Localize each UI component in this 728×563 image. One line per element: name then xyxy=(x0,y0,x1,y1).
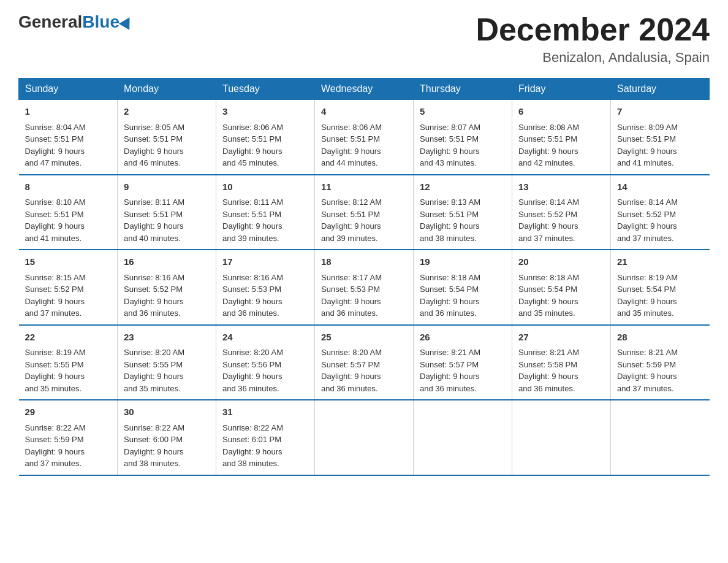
week-row-5: 29 Sunrise: 8:22 AM Sunset: 5:59 PM Dayl… xyxy=(19,400,710,475)
sunset-label: Sunset: 5:54 PM xyxy=(617,285,676,294)
calendar-cell: 23 Sunrise: 8:20 AM Sunset: 5:55 PM Dayl… xyxy=(118,325,216,400)
sunset-label: Sunset: 5:51 PM xyxy=(420,210,479,219)
sunrise-label: Sunrise: 8:17 AM xyxy=(321,273,382,282)
sunrise-label: Sunrise: 8:06 AM xyxy=(321,123,382,132)
sunset-label: Sunset: 5:54 PM xyxy=(420,285,479,294)
calendar-cell: 27 Sunrise: 8:21 AM Sunset: 5:58 PM Dayl… xyxy=(512,325,611,400)
day-number: 28 xyxy=(617,331,703,345)
daylight-minutes: and 35 minutes. xyxy=(617,308,674,318)
day-number: 19 xyxy=(420,255,506,269)
page-header: General Blue December 2024 Benizalon, An… xyxy=(18,12,710,66)
weekday-header-friday: Friday xyxy=(512,79,611,100)
day-number: 14 xyxy=(617,180,703,194)
sunset-label: Sunset: 5:51 PM xyxy=(222,210,281,219)
sunrise-label: Sunrise: 8:16 AM xyxy=(124,273,184,282)
daylight-label: Daylight: 9 hours xyxy=(617,221,677,231)
logo-general-text: General xyxy=(18,12,82,32)
daylight-label: Daylight: 9 hours xyxy=(25,147,85,156)
calendar-cell: 22 Sunrise: 8:19 AM Sunset: 5:55 PM Dayl… xyxy=(19,325,118,400)
sunrise-label: Sunrise: 8:21 AM xyxy=(518,348,579,357)
sunrise-label: Sunrise: 8:06 AM xyxy=(222,123,283,132)
day-info: Sunrise: 8:17 AM Sunset: 5:53 PM Dayligh… xyxy=(321,272,407,320)
sunset-label: Sunset: 5:56 PM xyxy=(222,360,281,369)
calendar-cell: 13 Sunrise: 8:14 AM Sunset: 5:52 PM Dayl… xyxy=(512,175,611,250)
calendar-cell xyxy=(315,400,414,475)
daylight-label: Daylight: 9 hours xyxy=(518,372,578,381)
calendar-cell: 25 Sunrise: 8:20 AM Sunset: 5:57 PM Dayl… xyxy=(315,325,414,400)
daylight-minutes: and 36 minutes. xyxy=(518,384,575,393)
day-number: 16 xyxy=(124,255,210,269)
day-number: 12 xyxy=(420,180,506,194)
sunset-label: Sunset: 5:51 PM xyxy=(321,134,380,144)
sunset-label: Sunset: 5:52 PM xyxy=(124,285,183,294)
day-number: 31 xyxy=(222,405,308,419)
day-number: 23 xyxy=(124,331,210,345)
month-title: December 2024 xyxy=(476,12,710,47)
calendar-cell: 4 Sunrise: 8:06 AM Sunset: 5:51 PM Dayli… xyxy=(315,100,414,175)
day-number: 9 xyxy=(124,180,210,194)
sunrise-label: Sunrise: 8:19 AM xyxy=(617,273,678,282)
day-info: Sunrise: 8:11 AM Sunset: 5:51 PM Dayligh… xyxy=(124,196,210,244)
daylight-minutes: and 38 minutes. xyxy=(124,459,181,468)
calendar-cell: 21 Sunrise: 8:19 AM Sunset: 5:54 PM Dayl… xyxy=(611,250,710,325)
sunset-label: Sunset: 5:59 PM xyxy=(617,360,676,369)
sunrise-label: Sunrise: 8:08 AM xyxy=(518,123,579,132)
weekday-header-row: SundayMondayTuesdayWednesdayThursdayFrid… xyxy=(19,79,710,100)
sunrise-label: Sunrise: 8:11 AM xyxy=(222,197,283,207)
sunset-label: Sunset: 5:52 PM xyxy=(518,210,577,219)
day-number: 4 xyxy=(321,105,407,119)
day-info: Sunrise: 8:21 AM Sunset: 5:58 PM Dayligh… xyxy=(518,347,604,394)
sunrise-label: Sunrise: 8:22 AM xyxy=(124,423,184,432)
daylight-label: Daylight: 9 hours xyxy=(124,372,184,381)
daylight-label: Daylight: 9 hours xyxy=(420,147,480,156)
logo-arrow-icon xyxy=(119,14,135,30)
sunrise-label: Sunrise: 8:15 AM xyxy=(25,273,86,282)
daylight-minutes: and 38 minutes. xyxy=(222,459,279,468)
day-info: Sunrise: 8:05 AM Sunset: 5:51 PM Dayligh… xyxy=(124,121,210,169)
day-info: Sunrise: 8:22 AM Sunset: 5:59 PM Dayligh… xyxy=(25,422,112,470)
calendar-cell: 24 Sunrise: 8:20 AM Sunset: 5:56 PM Dayl… xyxy=(216,325,315,400)
day-info: Sunrise: 8:20 AM Sunset: 5:56 PM Dayligh… xyxy=(222,347,308,394)
daylight-label: Daylight: 9 hours xyxy=(25,221,85,231)
sunset-label: Sunset: 5:51 PM xyxy=(222,134,281,144)
daylight-label: Daylight: 9 hours xyxy=(617,147,677,156)
day-number: 17 xyxy=(222,255,308,269)
day-info: Sunrise: 8:21 AM Sunset: 5:59 PM Dayligh… xyxy=(617,347,703,394)
location-subtitle: Benizalon, Andalusia, Spain xyxy=(476,50,710,66)
day-number: 26 xyxy=(420,331,506,345)
calendar-table: SundayMondayTuesdayWednesdayThursdayFrid… xyxy=(18,78,710,476)
day-info: Sunrise: 8:06 AM Sunset: 5:51 PM Dayligh… xyxy=(321,121,407,169)
week-row-2: 8 Sunrise: 8:10 AM Sunset: 5:51 PM Dayli… xyxy=(19,175,710,250)
sunrise-label: Sunrise: 8:14 AM xyxy=(617,197,678,207)
calendar-cell: 6 Sunrise: 8:08 AM Sunset: 5:51 PM Dayli… xyxy=(512,100,611,175)
daylight-label: Daylight: 9 hours xyxy=(222,297,282,306)
sunrise-label: Sunrise: 8:14 AM xyxy=(518,197,579,207)
sunset-label: Sunset: 5:53 PM xyxy=(321,285,380,294)
weekday-header-saturday: Saturday xyxy=(611,79,710,100)
day-info: Sunrise: 8:08 AM Sunset: 5:51 PM Dayligh… xyxy=(518,121,604,169)
day-info: Sunrise: 8:15 AM Sunset: 5:52 PM Dayligh… xyxy=(25,272,112,320)
daylight-label: Daylight: 9 hours xyxy=(25,297,85,306)
daylight-minutes: and 36 minutes. xyxy=(420,308,477,318)
daylight-minutes: and 37 minutes. xyxy=(518,234,575,243)
sunset-label: Sunset: 5:51 PM xyxy=(124,134,183,144)
calendar-cell: 20 Sunrise: 8:18 AM Sunset: 5:54 PM Dayl… xyxy=(512,250,611,325)
weekday-header-tuesday: Tuesday xyxy=(216,79,315,100)
daylight-label: Daylight: 9 hours xyxy=(617,297,677,306)
sunset-label: Sunset: 5:51 PM xyxy=(25,210,84,219)
title-area: December 2024 Benizalon, Andalusia, Spai… xyxy=(476,12,710,66)
daylight-label: Daylight: 9 hours xyxy=(321,372,381,381)
calendar-cell: 3 Sunrise: 8:06 AM Sunset: 5:51 PM Dayli… xyxy=(216,100,315,175)
sunset-label: Sunset: 5:51 PM xyxy=(321,210,380,219)
daylight-label: Daylight: 9 hours xyxy=(420,297,480,306)
sunset-label: Sunset: 5:51 PM xyxy=(25,134,84,144)
sunset-label: Sunset: 5:51 PM xyxy=(124,210,183,219)
calendar-cell: 2 Sunrise: 8:05 AM Sunset: 5:51 PM Dayli… xyxy=(118,100,216,175)
daylight-label: Daylight: 9 hours xyxy=(124,447,184,456)
sunrise-label: Sunrise: 8:20 AM xyxy=(124,348,184,357)
daylight-minutes: and 35 minutes. xyxy=(124,384,181,393)
daylight-label: Daylight: 9 hours xyxy=(222,221,282,231)
day-number: 7 xyxy=(617,105,703,119)
daylight-label: Daylight: 9 hours xyxy=(420,221,480,231)
sunrise-label: Sunrise: 8:04 AM xyxy=(25,123,86,132)
